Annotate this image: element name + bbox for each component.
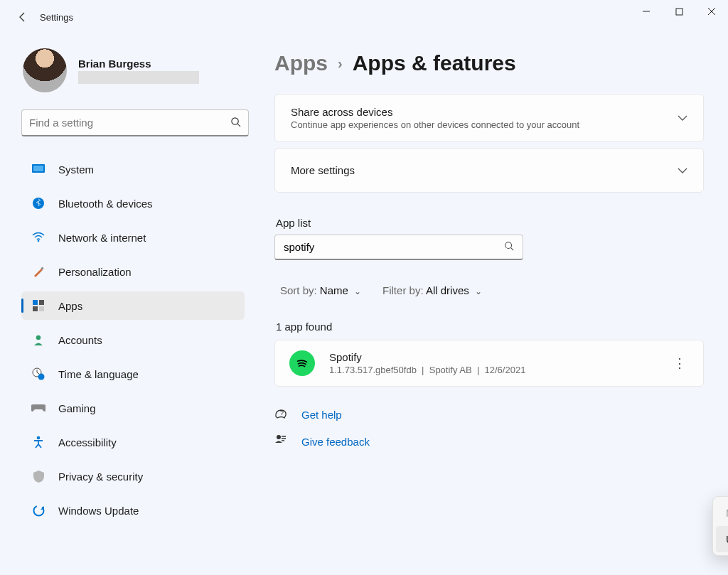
app-details: 1.1.73.517.gbef50fdb | Spotify AB | 12/6… xyxy=(329,365,656,375)
shield-icon xyxy=(31,469,46,483)
nav-label: Bluetooth & devices xyxy=(58,198,153,210)
apps-icon xyxy=(31,299,46,313)
nav-label: Windows Update xyxy=(58,505,139,517)
accessibility-icon xyxy=(31,435,46,449)
minimize-button[interactable] xyxy=(630,0,663,23)
svg-text:?: ? xyxy=(280,409,284,417)
page-title: Apps & features xyxy=(353,51,516,75)
svg-point-2 xyxy=(232,117,238,124)
nav-personalization[interactable]: Personalization xyxy=(21,257,245,286)
nav-accessibility[interactable]: Accessibility xyxy=(21,428,245,456)
svg-point-16 xyxy=(37,436,41,440)
close-button[interactable] xyxy=(695,0,728,23)
svg-rect-11 xyxy=(33,306,38,311)
breadcrumb-parent[interactable]: Apps xyxy=(274,51,328,75)
user-email-redacted xyxy=(78,71,199,84)
wifi-icon xyxy=(31,230,46,244)
nav-label: Personalization xyxy=(58,266,132,278)
svg-point-17 xyxy=(33,505,43,515)
svg-rect-5 xyxy=(33,166,43,171)
svg-line-19 xyxy=(511,248,514,251)
help-icon: ? xyxy=(274,407,290,422)
breadcrumb: Apps › Apps & features xyxy=(274,51,704,75)
app-list-label: App list xyxy=(276,217,704,229)
menu-modify: Modify xyxy=(716,500,728,526)
filter-by-dropdown[interactable]: Filter by: All drives ⌄ xyxy=(382,284,482,296)
nav-bluetooth[interactable]: Bluetooth & devices xyxy=(21,189,245,217)
find-setting-input[interactable] xyxy=(29,117,230,129)
person-icon xyxy=(31,333,46,347)
menu-uninstall[interactable]: Uninstall xyxy=(716,526,728,552)
share-devices-card[interactable]: Share across devices Continue app experi… xyxy=(274,94,704,142)
svg-rect-9 xyxy=(33,300,38,305)
maximize-button[interactable] xyxy=(663,0,695,23)
chevron-down-icon xyxy=(678,112,687,124)
search-icon xyxy=(230,117,241,129)
nav-label: System xyxy=(58,163,94,176)
find-setting-search[interactable] xyxy=(21,109,249,136)
brush-icon xyxy=(31,264,46,279)
app-more-button[interactable]: ⋮ xyxy=(670,361,689,365)
svg-point-7 xyxy=(38,240,40,242)
nav-privacy[interactable]: Privacy & security xyxy=(21,462,245,490)
more-settings-card[interactable]: More settings xyxy=(274,148,704,193)
svg-point-22 xyxy=(277,435,281,439)
nav-update[interactable]: Windows Update xyxy=(21,496,245,525)
chevron-down-icon xyxy=(678,165,687,176)
svg-line-3 xyxy=(237,124,240,127)
card-title: Share across devices xyxy=(291,106,678,118)
apps-found-count: 1 app found xyxy=(276,321,704,333)
nav-label: Network & internet xyxy=(58,232,146,244)
app-search-input[interactable] xyxy=(284,241,504,253)
svg-point-18 xyxy=(505,242,512,249)
search-icon xyxy=(504,241,514,253)
gamepad-icon xyxy=(31,401,46,415)
svg-rect-12 xyxy=(39,306,44,311)
svg-rect-1 xyxy=(676,9,682,15)
chevron-right-icon: › xyxy=(338,55,343,72)
nav-accounts[interactable]: Accounts xyxy=(21,326,245,354)
sort-by-dropdown[interactable]: Sort by: Name ⌄ xyxy=(280,284,361,296)
get-help-link[interactable]: Get help xyxy=(301,409,342,421)
app-list-search[interactable] xyxy=(274,235,523,260)
back-button[interactable] xyxy=(9,3,37,31)
avatar[interactable] xyxy=(23,48,67,92)
nav-label: Gaming xyxy=(58,402,96,414)
svg-rect-10 xyxy=(39,300,44,305)
give-feedback-link[interactable]: Give feedback xyxy=(301,436,370,448)
app-item-spotify[interactable]: Spotify 1.1.73.517.gbef50fdb | Spotify A… xyxy=(274,340,704,387)
chevron-down-icon: ⌄ xyxy=(354,286,361,296)
nav-label: Accessibility xyxy=(58,436,117,448)
nav-label: Accounts xyxy=(58,334,102,346)
app-context-menu: Modify Uninstall xyxy=(712,496,728,556)
card-subtitle: Continue app experiences on other device… xyxy=(291,119,678,130)
nav-network[interactable]: Network & internet xyxy=(21,223,245,252)
feedback-icon xyxy=(274,434,290,449)
nav-label: Time & language xyxy=(58,368,139,380)
clock-globe-icon xyxy=(31,367,46,381)
system-icon xyxy=(31,162,46,176)
bluetooth-icon xyxy=(31,196,46,210)
app-name: Spotify xyxy=(329,351,656,363)
app-title: Settings xyxy=(40,12,73,23)
svg-point-15 xyxy=(38,374,45,380)
nav-system[interactable]: System xyxy=(21,155,245,183)
card-title: More settings xyxy=(291,164,678,176)
nav-time[interactable]: Time & language xyxy=(21,360,245,388)
nav-gaming[interactable]: Gaming xyxy=(21,394,245,422)
spotify-icon xyxy=(289,350,315,376)
svg-point-13 xyxy=(36,335,41,340)
update-icon xyxy=(31,503,46,517)
chevron-down-icon: ⌄ xyxy=(475,286,482,296)
user-name: Brian Burgess xyxy=(78,58,199,70)
nav-label: Apps xyxy=(58,300,82,312)
nav-apps[interactable]: Apps xyxy=(21,291,245,320)
nav-label: Privacy & security xyxy=(58,471,143,483)
